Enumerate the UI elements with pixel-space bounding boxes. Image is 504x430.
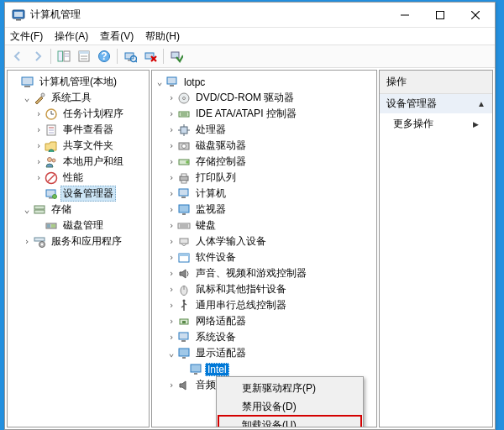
actions-pane: 操作 设备管理器 ▲ 更多操作 ▶ <box>379 70 493 427</box>
device-system[interactable]: ›系统设备 <box>154 329 375 345</box>
ctx-update-driver[interactable]: 更新驱动程序(P) <box>218 379 361 397</box>
actions-group[interactable]: 设备管理器 ▲ <box>380 94 492 113</box>
minimize-button[interactable] <box>387 3 423 27</box>
svg-rect-68 <box>181 181 186 183</box>
svg-rect-45 <box>47 224 50 228</box>
svg-rect-42 <box>34 206 45 209</box>
svg-rect-85 <box>181 340 186 342</box>
tree-root[interactable]: ▪计算机管理(本地) <box>9 74 147 90</box>
svg-rect-24 <box>171 52 179 58</box>
device-processors[interactable]: ›处理器 <box>154 122 375 138</box>
svg-rect-26 <box>24 86 30 87</box>
ctx-disable-device[interactable]: 禁用设备(D) <box>218 397 361 416</box>
uninstall-device-button[interactable] <box>141 47 160 66</box>
svg-rect-70 <box>181 197 186 198</box>
enable-device-button[interactable] <box>167 47 186 66</box>
device-usb[interactable]: ›通用串行总线控制器 <box>154 297 375 313</box>
svg-rect-54 <box>179 112 189 117</box>
mmc-tree-pane[interactable]: ▪计算机管理(本地) ⌄系统工具 ›任务计划程序 ›事件查看器 ›共享文件夹 ›… <box>7 70 150 427</box>
tree-local-users[interactable]: ›本地用户和组 <box>9 154 147 170</box>
svg-point-27 <box>41 93 45 97</box>
device-software[interactable]: ›软件设备 <box>154 249 375 265</box>
device-storage-controllers[interactable]: ›存储控制器 <box>154 154 375 170</box>
svg-point-49 <box>41 243 43 244</box>
device-disk-drives[interactable]: ›磁盘驱动器 <box>154 138 375 154</box>
ctx-uninstall-device[interactable]: 卸载设备(U) <box>218 416 361 427</box>
svg-rect-69 <box>179 189 188 196</box>
svg-rect-71 <box>179 205 189 212</box>
actions-header: 操作 <box>380 71 492 94</box>
device-intel-gpu[interactable]: ·Intel <box>154 361 375 377</box>
svg-point-81 <box>183 299 186 302</box>
tree-storage[interactable]: ⌄存储 <box>9 202 147 218</box>
app-icon <box>12 8 25 22</box>
svg-rect-47 <box>34 238 45 241</box>
device-dvd[interactable]: ›DVD/CD-ROM 驱动器 <box>154 90 375 106</box>
window-title: 计算机管理 <box>30 8 387 22</box>
maximize-button[interactable] <box>423 3 458 27</box>
menu-view[interactable]: 查看(V) <box>100 29 134 44</box>
toolbar: ? <box>5 45 495 68</box>
svg-rect-78 <box>179 254 189 256</box>
device-monitors[interactable]: ›监视器 <box>154 202 375 218</box>
tree-event-viewer[interactable]: ›事件查看器 <box>9 122 147 138</box>
tree-task-scheduler[interactable]: ›任务计划程序 <box>9 106 147 122</box>
svg-rect-12 <box>79 51 89 54</box>
device-print-queues[interactable]: ›打印队列 <box>154 170 375 186</box>
svg-rect-2 <box>16 19 21 21</box>
device-audio[interactable]: ›声音、视频和游戏控制器 <box>154 265 375 281</box>
tree-system-tools[interactable]: ⌄系统工具 <box>9 90 147 106</box>
device-ide[interactable]: ›IDE ATA/ATAPI 控制器 <box>154 106 375 122</box>
device-network[interactable]: ›网络适配器 <box>154 313 375 329</box>
svg-point-63 <box>182 144 186 148</box>
device-hid[interactable]: ›人体学输入设备 <box>154 233 375 249</box>
svg-point-36 <box>52 159 55 162</box>
app-window: 计算机管理 文件(F) 操作(A) 查看(V) 帮助(H) ? ▪计算机管理(本… <box>4 2 496 430</box>
tree-disk-management[interactable]: ·磁盘管理 <box>9 218 147 233</box>
menu-file[interactable]: 文件(F) <box>10 29 43 44</box>
content-area: ▪计算机管理(本地) ⌄系统工具 ›任务计划程序 ›事件查看器 ›共享文件夹 ›… <box>5 68 495 429</box>
device-computer[interactable]: ›计算机 <box>154 186 375 202</box>
svg-rect-76 <box>180 239 188 244</box>
close-button[interactable] <box>458 3 493 27</box>
svg-point-65 <box>186 160 189 164</box>
menubar: 文件(F) 操作(A) 查看(V) 帮助(H) <box>5 28 495 45</box>
svg-rect-87 <box>182 357 186 359</box>
tree-performance[interactable]: ›性能 <box>9 170 147 186</box>
menu-action[interactable]: 操作(A) <box>55 29 88 44</box>
svg-rect-83 <box>182 321 186 323</box>
device-display-adapters[interactable]: ⌄显示适配器 <box>154 345 375 361</box>
svg-rect-25 <box>22 77 33 85</box>
device-tree-pane[interactable]: ⌄lotpc ›DVD/CD-ROM 驱动器 ›IDE ATA/ATAPI 控制… <box>151 70 377 427</box>
context-menu: 更新驱动程序(P) 禁用设备(D) 卸载设备(U) 扫描检测硬件改动(A) 属性… <box>216 376 364 427</box>
actions-more[interactable]: 更多操作 ▶ <box>380 113 492 134</box>
device-keyboards[interactable]: ›键盘 <box>154 218 375 233</box>
device-mice[interactable]: ›鼠标和其他指针设备 <box>154 281 375 297</box>
scan-hardware-button[interactable] <box>121 47 139 66</box>
help-button[interactable]: ? <box>95 47 113 66</box>
svg-line-20 <box>135 60 137 62</box>
device-root[interactable]: ⌄lotpc <box>154 74 375 90</box>
collapse-icon: ▲ <box>477 99 486 108</box>
svg-line-38 <box>48 175 55 181</box>
svg-rect-57 <box>181 127 187 134</box>
tree-shared-folders[interactable]: ›共享文件夹 <box>9 138 147 154</box>
back-button[interactable] <box>8 47 27 66</box>
tree-services-apps[interactable]: ›服务和应用程序 <box>9 233 147 249</box>
show-hide-tree-button[interactable] <box>55 47 73 66</box>
svg-rect-43 <box>34 210 45 213</box>
svg-rect-72 <box>182 213 186 215</box>
chevron-right-icon: ▶ <box>473 120 479 128</box>
menu-help[interactable]: 帮助(H) <box>145 29 180 44</box>
svg-rect-4 <box>437 11 444 18</box>
svg-rect-66 <box>180 176 188 181</box>
properties-button[interactable] <box>75 47 93 66</box>
svg-rect-67 <box>181 174 186 176</box>
svg-rect-86 <box>179 349 189 356</box>
svg-rect-84 <box>179 333 188 339</box>
tree-device-manager[interactable]: ·设备管理器 <box>9 186 147 202</box>
svg-point-53 <box>183 97 186 99</box>
svg-rect-88 <box>191 364 201 372</box>
svg-rect-51 <box>170 85 174 87</box>
forward-button[interactable] <box>29 47 47 66</box>
